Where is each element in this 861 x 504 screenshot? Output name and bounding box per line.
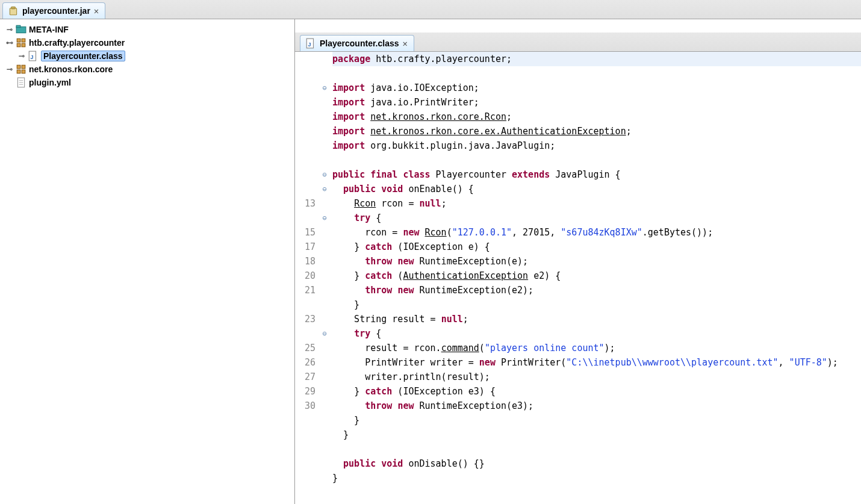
- tab-label: Playercounter.class: [320, 39, 399, 48]
- tree-item-net-kronos[interactable]: ⊸ net.kronos.rkon.core: [4, 63, 294, 76]
- close-icon[interactable]: ✕: [403, 39, 408, 48]
- fold-collapse-icon[interactable]: ⊖: [319, 81, 330, 95]
- tree-label: net.kronos.rkon.core: [29, 64, 113, 74]
- folder-icon: [16, 24, 26, 35]
- svg-rect-1: [11, 7, 16, 8]
- tree-label: plugin.yml: [29, 78, 71, 87]
- tree-item-meta-inf[interactable]: ⊸ META-INF: [4, 23, 294, 36]
- svg-text:J: J: [31, 54, 34, 60]
- svg-rect-10: [17, 65, 20, 69]
- code-content[interactable]: package htb.crafty.playercounter; import…: [330, 52, 861, 504]
- expand-handle-icon[interactable]: ⊸: [6, 65, 13, 73]
- svg-rect-13: [22, 70, 25, 73]
- package-icon: [16, 37, 26, 48]
- svg-rect-4: [17, 39, 20, 42]
- fold-collapse-icon[interactable]: ⊖: [319, 211, 330, 225]
- svg-rect-3: [16, 25, 20, 27]
- tree-item-htb-crafty[interactable]: ⊷ htb.crafty.playercounter: [4, 36, 294, 49]
- svg-rect-6: [17, 43, 20, 47]
- fold-collapse-icon[interactable]: ⊖: [319, 182, 330, 196]
- svg-rect-11: [22, 65, 25, 69]
- class-file-icon: J: [28, 51, 39, 61]
- tree-item-playercounter-class[interactable]: ⊸ J Playercounter.class: [4, 49, 294, 63]
- tab-playercounter-jar[interactable]: playercounter.jar ✕: [2, 2, 105, 19]
- expand-handle-icon[interactable]: ⊸: [18, 52, 25, 60]
- svg-text:J: J: [308, 42, 311, 48]
- fold-collapse-icon[interactable]: ⊖: [319, 167, 330, 182]
- file-icon: [16, 77, 26, 88]
- expand-handle-icon[interactable]: ⊸: [6, 25, 13, 34]
- svg-rect-5: [22, 39, 25, 42]
- jar-icon: [8, 5, 19, 16]
- code-editor[interactable]: 131517182021232526272930 ⊖⊖⊖⊖⊖ package h…: [295, 52, 861, 504]
- expand-handle-icon[interactable]: ⊷: [6, 39, 13, 47]
- class-file-icon: J: [305, 38, 316, 49]
- close-icon[interactable]: ✕: [94, 6, 99, 16]
- tree-label: META-INF: [29, 25, 69, 34]
- svg-rect-7: [22, 43, 25, 47]
- tree-label: htb.crafty.playercounter: [29, 38, 125, 48]
- editor-tabstrip: J Playercounter.class ✕: [295, 33, 861, 52]
- tree-label: Playercounter.class: [41, 51, 125, 61]
- svg-rect-12: [17, 70, 20, 73]
- package-explorer[interactable]: ⊸ META-INF ⊷ htb.crafty.playercounter ⊸ …: [0, 19, 295, 504]
- fold-gutter: ⊖⊖⊖⊖⊖: [319, 52, 330, 504]
- tree-item-plugin-yml[interactable]: plugin.yml: [4, 76, 294, 89]
- tab-label: playercounter.jar: [22, 6, 90, 16]
- package-icon: [16, 64, 26, 75]
- line-number-gutter: 131517182021232526272930: [295, 52, 319, 504]
- outer-tabstrip: playercounter.jar ✕: [0, 0, 861, 19]
- fold-collapse-icon[interactable]: ⊖: [319, 326, 330, 341]
- tab-playercounter-class[interactable]: J Playercounter.class ✕: [300, 35, 414, 51]
